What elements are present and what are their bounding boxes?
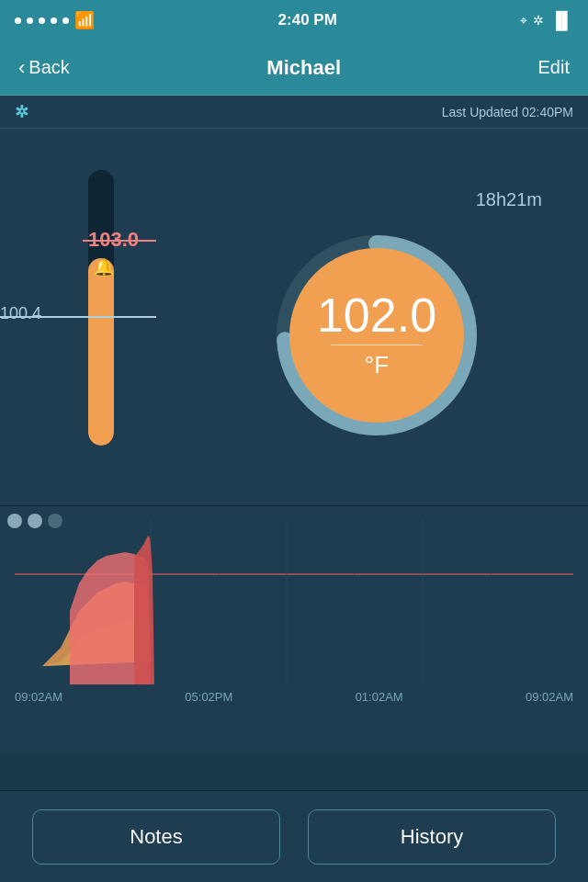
signal-dot bbox=[15, 17, 21, 24]
back-button[interactable]: ‹ Back bbox=[18, 56, 70, 80]
alert-bell-icon: 🔔 bbox=[94, 257, 114, 277]
thermo-labels: 103.0 🔔 100.4 bbox=[55, 152, 147, 446]
circular-gauge: 18h21m 102.0 °F bbox=[193, 189, 560, 446]
back-label: Back bbox=[28, 57, 69, 78]
status-bar: 📶 2:40 PM ⌖ ✲ ▐▌ bbox=[0, 0, 588, 40]
signal-dot bbox=[51, 17, 57, 24]
chart-time-3: 01:02AM bbox=[356, 690, 403, 704]
page-title: Michael bbox=[266, 56, 341, 80]
gauge-unit: °F bbox=[365, 351, 389, 379]
chart-time-2: 05:02PM bbox=[185, 690, 232, 704]
status-left: 📶 bbox=[15, 10, 95, 30]
gauge-center: 102.0 °F bbox=[289, 248, 464, 423]
chevron-left-icon: ‹ bbox=[18, 56, 25, 80]
wifi-icon: 📶 bbox=[74, 10, 95, 30]
bt-bar: ✲ Last Updated 02:40PM bbox=[0, 96, 588, 129]
temperature-chart bbox=[15, 519, 573, 684]
chart-inner bbox=[15, 519, 573, 684]
signal-dot bbox=[39, 17, 45, 24]
history-button[interactable]: History bbox=[308, 809, 556, 865]
temp-normal-label: 100.4 bbox=[0, 304, 41, 323]
gauge-wrapper: 102.0 °F bbox=[266, 225, 487, 446]
main-display-area: 103.0 🔔 100.4 18h21m 102.0 °F bbox=[0, 129, 588, 505]
duration-label: 18h21m bbox=[476, 189, 542, 210]
bluetooth-status-icon: ✲ bbox=[15, 102, 28, 122]
bluetooth-icon: ✲ bbox=[533, 13, 544, 28]
signal-dot bbox=[62, 17, 69, 24]
thermometer: 103.0 🔔 100.4 bbox=[28, 152, 175, 482]
status-right: ⌖ ✲ ▐▌ bbox=[520, 11, 573, 30]
gauge-divider bbox=[331, 345, 423, 345]
thermo-scale: 103.0 🔔 100.4 bbox=[55, 152, 147, 446]
edit-button[interactable]: Edit bbox=[538, 57, 570, 78]
nav-bar: ‹ Back Michael Edit bbox=[0, 40, 588, 96]
temp-high-label: 103.0 bbox=[88, 228, 139, 252]
chart-area: 09:02AM 05:02PM 01:02AM 09:02AM bbox=[0, 505, 588, 753]
status-time: 2:40 PM bbox=[278, 11, 337, 29]
battery-icon: ▐▌ bbox=[549, 11, 573, 30]
svg-marker-13 bbox=[134, 536, 154, 684]
last-updated-label: Last Updated 02:40PM bbox=[442, 105, 573, 119]
chart-time-1: 09:02AM bbox=[15, 690, 62, 704]
bottom-bar: Notes History bbox=[0, 790, 588, 882]
location-icon: ⌖ bbox=[520, 13, 527, 28]
signal-dot bbox=[27, 17, 33, 24]
gauge-temperature: 102.0 bbox=[317, 291, 436, 339]
chart-time-4: 09:02AM bbox=[526, 690, 573, 704]
notes-button[interactable]: Notes bbox=[32, 809, 280, 865]
chart-time-labels: 09:02AM 05:02PM 01:02AM 09:02AM bbox=[15, 684, 573, 704]
